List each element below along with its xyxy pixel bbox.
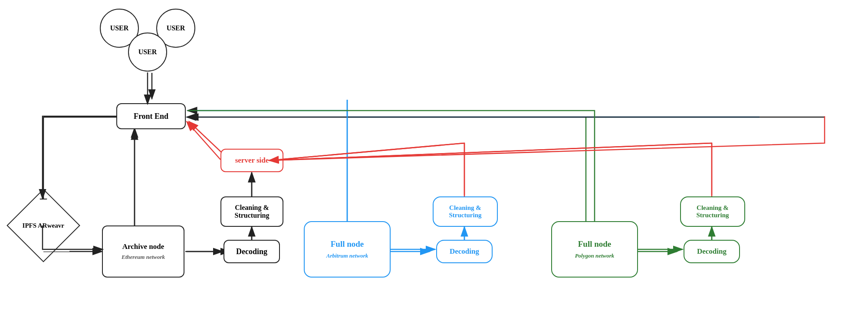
decoding-arb: Decoding xyxy=(436,240,493,263)
user-3: USER xyxy=(128,33,167,72)
decoding-eth: Decoding xyxy=(224,240,280,263)
full-node-arb: Full node Arbitrum network xyxy=(304,221,391,278)
cleaning-poly: Cleaning & Structuring xyxy=(680,196,745,227)
full-node-poly: Full node Polygon network xyxy=(551,221,638,278)
cleaning-arb: Cleaning & Structuring xyxy=(433,196,498,227)
svg-line-19 xyxy=(269,143,464,160)
svg-line-26 xyxy=(269,143,712,160)
frontend-node: Front End xyxy=(116,103,186,129)
server-side: server side xyxy=(220,149,283,172)
cleaning-eth: Cleaning & Structuring xyxy=(220,196,283,227)
diagram-container: USER USER USER Front End IPFS ARweavr Ar… xyxy=(0,0,868,330)
archive-node: Archive node Ethereum network xyxy=(102,225,184,278)
ipfs-node: IPFS ARweavr xyxy=(17,199,69,252)
decoding-poly: Decoding xyxy=(684,240,740,263)
